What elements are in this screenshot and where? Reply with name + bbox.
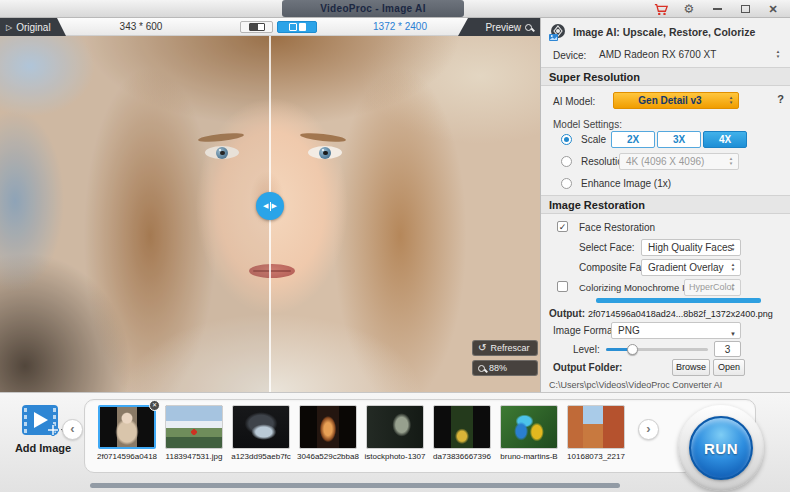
thumbnail-name: 3046a529c2bba8 [292,452,364,461]
add-image-label: Add Image [15,442,71,454]
scale-4x-button[interactable]: 4X [703,131,747,148]
thumbnail-name: 10168073_2217 [560,452,632,461]
scale-2x-button[interactable]: 2X [611,131,655,148]
device-stepper-icon[interactable]: ▲▼ [774,49,782,59]
app-window: VideoProc - Image AI ⚙ ✕ ▷ Original 343 … [0,0,790,492]
thumbnail-name: da73836667396 [426,452,498,461]
enhance-row: Enhance Image (1x) [549,175,782,192]
zoom-percent-label: 88% [489,363,507,373]
composite-face-select[interactable]: Gradient Overlay ▲▼ [641,259,741,276]
ai-model-select[interactable]: Gen Detail v3 ▲▼ [613,92,739,109]
help-icon[interactable]: ? [777,93,784,105]
colorizing-checkbox[interactable] [557,281,568,292]
thumbnail-name: 1183947531.jpg [158,452,230,461]
device-row: Device: AMD Radeon RX 6700 XT ▲▼ [549,47,782,65]
panel-header: Image AI: Upscale, Restore, Colorize [549,21,782,43]
thumbnail-item[interactable]: 1183947531.jpg [165,405,223,463]
image-format-value: PNG [618,325,640,336]
preview-image[interactable]: ◀ ▶ ↺ Refrescar 88% [0,36,540,392]
resolution-select[interactable]: 4K (4096 X 4096) ▲▼ [619,153,739,170]
remove-thumbnail-icon[interactable]: ✕ [149,400,160,411]
tab-preview[interactable]: Preview [458,18,540,36]
enhanced-size-label: 1372 * 2400 [358,18,442,36]
zoom-icon [478,365,485,372]
cart-icon[interactable] [654,2,668,16]
maximize-button[interactable] [738,2,752,16]
refresh-icon: ↺ [478,343,486,353]
zoom-level-button[interactable]: 88% [472,360,538,376]
select-face-label: Select Face: [579,239,635,256]
section-super-resolution: Super Resolution [541,67,790,86]
original-half-overlay [0,36,269,392]
level-slider-thumb[interactable] [627,344,638,355]
composite-face-value: Gradient Overlay [648,262,724,273]
dropdown-arrow-icon: ▼ [730,327,736,339]
open-button[interactable]: Open [713,359,745,376]
ai-model-value: Gen Detail v3 [638,95,701,106]
output-label: Output: [549,308,585,319]
thumbnail-image [232,405,290,449]
handle-left-arrow-icon: ◀ [263,202,268,210]
thumbnail-item[interactable]: da73836667396 [433,405,491,463]
photo-eye-left [205,146,239,159]
magnifier-icon [525,24,532,31]
select-face-select[interactable]: High Quality Faces ▲▼ [641,239,741,256]
thumbnail-item[interactable]: ✕ 2f0714596a0418 [98,405,156,463]
face-restoration-checkbox[interactable]: ✓ [557,221,568,232]
refresh-label: Refrescar [490,343,529,353]
thumbnail-scrollbar[interactable] [90,483,620,488]
resolution-stepper-icon: ▲▼ [727,156,735,166]
image-format-select[interactable]: PNG ▼ [611,322,741,339]
run-button[interactable]: RUN [689,416,753,480]
tab-original[interactable]: ▷ Original [0,18,66,36]
select-face-value: High Quality Faces [648,242,732,253]
resolution-radio[interactable] [561,156,572,167]
scroll-left-button[interactable]: ‹ [62,419,83,440]
photo-lips [249,264,295,278]
output-path-row: C:\Users\pc\Videos\VideoProc Converter A… [549,377,782,389]
settings-gear-icon[interactable]: ⚙ [682,2,696,16]
enhance-radio[interactable] [561,178,572,189]
panel-scrollbar[interactable] [596,298,761,303]
device-label: Device: [553,47,586,64]
single-view-toggle[interactable] [240,21,273,33]
scale-radio[interactable] [561,134,572,145]
browse-button[interactable]: Browse [672,359,710,376]
thumbnail-image [567,405,625,449]
scroll-right-button[interactable]: › [638,419,659,440]
thumbnail-image [165,405,223,449]
enhance-label: Enhance Image (1x) [581,175,671,192]
face-restoration-row: ✓ Face Restoration [549,219,782,234]
output-row: Output: 2f0714596a0418ad24...8b82f_1372x… [549,307,782,320]
scale-label: Scale [581,131,606,148]
thumbnail-name: 2f0714596a0418 [91,452,163,461]
thumbnail-item[interactable]: 3046a529c2bba8 [299,405,357,463]
add-image-icon [20,403,66,439]
device-select[interactable]: AMD Radeon RX 6700 XT [599,47,730,64]
level-slider-track[interactable] [606,348,708,351]
split-compare-toggle[interactable] [277,21,317,33]
image-format-label: Image Format: [553,322,618,339]
window-title: VideoProc - Image AI [282,0,464,17]
colorizing-select[interactable]: HyperColor ▲▼ [684,279,741,296]
colorizing-value: HyperColor [689,282,735,292]
thumbnail-item[interactable]: istockphoto-1307 [366,405,424,463]
level-value-box[interactable]: 3 [714,341,741,357]
colorizing-stepper-icon: ▲▼ [729,282,737,292]
scale-3x-button[interactable]: 3X [657,131,701,148]
thumbnail-name: bruno-martins-B [493,452,565,461]
resolution-row: Resolution 4K (4096 X 4096) ▲▼ [549,153,782,172]
minimize-button[interactable] [710,2,724,16]
thumbnail-image [299,405,357,449]
thumbnail-item[interactable]: 10168073_2217 [567,405,625,463]
composite-face-row: Composite Face: Gradient Overlay ▲▼ [549,259,782,278]
compare-drag-handle[interactable]: ◀ ▶ [256,192,284,220]
thumbnail-image [433,405,491,449]
original-tab-label: Original [16,22,50,33]
refresh-button[interactable]: ↺ Refrescar [472,340,538,356]
single-view-icon [249,23,265,31]
panel-title: Image AI: Upscale, Restore, Colorize [573,26,755,38]
close-button[interactable]: ✕ [766,2,780,16]
thumbnail-item[interactable]: a123dd95aeb7fc [232,405,290,463]
thumbnail-item[interactable]: bruno-martins-B [500,405,558,463]
